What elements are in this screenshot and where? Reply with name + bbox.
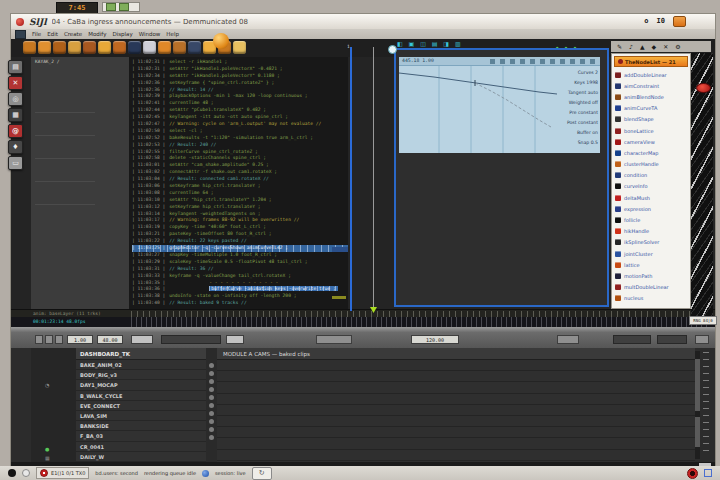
track-name[interactable]: DAILY_W xyxy=(76,452,206,462)
taskbar-app-icon[interactable] xyxy=(8,469,16,477)
track-name[interactable]: LAVA_SIM xyxy=(76,411,206,421)
playback-button[interactable] xyxy=(657,335,687,344)
shelf-tool-icon[interactable] xyxy=(188,41,201,54)
node-list-item[interactable]: lattice xyxy=(612,259,690,270)
playback-button[interactable] xyxy=(613,335,651,344)
node-list-item[interactable]: hikHandle xyxy=(612,226,690,237)
node-list-item[interactable]: condition xyxy=(612,170,690,181)
track-lane[interactable] xyxy=(217,438,695,449)
graph-label[interactable]: Buffer on xyxy=(544,128,598,138)
maximize-button[interactable]: I0 xyxy=(657,17,665,26)
node-list-item[interactable]: motionPath xyxy=(612,270,690,281)
track-name[interactable]: F_BA_03 xyxy=(76,431,206,441)
dock-app-icon[interactable]: ◎ xyxy=(8,92,23,106)
range-button[interactable] xyxy=(695,335,709,344)
sphere-tool-icon[interactable] xyxy=(213,33,229,49)
node-list-item[interactable]: cameraView xyxy=(612,136,690,147)
range-button[interactable] xyxy=(55,335,63,344)
range-end-field[interactable]: 120.00 xyxy=(411,335,459,344)
track-name[interactable]: DAY1_MOCAP xyxy=(76,380,206,390)
record-oval-icon[interactable] xyxy=(696,83,711,93)
graph-stats-fields[interactable]: 445.18 1.00 xyxy=(402,58,434,63)
node-list-header[interactable]: TheNodeList — 21 xyxy=(614,56,688,67)
graph-label[interactable]: Keys 1998 xyxy=(544,78,598,88)
hatched-scroll-strip[interactable] xyxy=(691,53,713,321)
title-bar[interactable]: SlJl 04 · CaBa ingress announcements — D… xyxy=(11,14,715,29)
taskbar-session-icon[interactable] xyxy=(202,470,209,477)
shelf-tool-icon[interactable] xyxy=(158,41,171,54)
node-list-item[interactable]: expression xyxy=(612,203,690,214)
panel-tool-icon[interactable]: ✎ xyxy=(617,43,622,50)
record-status-icon[interactable] xyxy=(687,468,698,479)
shelf-tool-icon[interactable] xyxy=(68,41,81,54)
node-list-item[interactable]: deltaMush xyxy=(612,192,690,203)
track-name[interactable]: BODY_RIG_v3 xyxy=(76,370,206,380)
track-lane[interactable] xyxy=(217,360,695,371)
shelf-tool-icon[interactable] xyxy=(23,41,36,54)
menu-help[interactable]: Help xyxy=(166,31,179,37)
track-scrollbar[interactable] xyxy=(695,351,700,459)
graph-editor-panel[interactable]: 445.18 1.00 Curves 2Keys 1998Tangent aut… xyxy=(394,48,609,307)
range-button[interactable] xyxy=(131,335,153,344)
graph-label[interactable]: Post constant xyxy=(544,118,598,128)
menu-create[interactable]: Create xyxy=(64,31,82,37)
track-lane[interactable] xyxy=(217,394,695,405)
menu-window[interactable]: Window xyxy=(139,31,161,37)
panel-tool-icon[interactable]: ◆ xyxy=(652,43,657,50)
gutter-active-icon[interactable]: ● xyxy=(45,446,49,452)
graph-header-icons[interactable] xyxy=(490,59,598,64)
menu-edit[interactable]: Edit xyxy=(47,31,58,37)
timeline-ruler-main[interactable]: 00:01:23:14 48.0fps xyxy=(11,317,715,327)
track-mute-dot[interactable] xyxy=(209,379,214,384)
taskbar-ring-icon[interactable] xyxy=(22,469,30,477)
timeline-ruler-top[interactable]: anim: baseLayer (11 trks) xyxy=(11,309,715,317)
node-list-item[interactable]: addDoubleLinear xyxy=(612,69,690,80)
graph-corner-button[interactable] xyxy=(388,45,397,54)
shelf-tool-icon[interactable] xyxy=(173,41,186,54)
track-mute-dot[interactable] xyxy=(209,387,214,392)
track-header-note[interactable]: MODULE A CAMS — baked clips xyxy=(217,348,695,360)
node-list-item[interactable]: blendShape xyxy=(612,114,690,125)
node-list-item[interactable]: clusterHandle xyxy=(612,159,690,170)
graph-label[interactable]: Tangent auto xyxy=(544,88,598,98)
shelf-tool-icon[interactable] xyxy=(128,41,141,54)
node-list-item[interactable]: jointCluster xyxy=(612,248,690,259)
track-mute-dot[interactable] xyxy=(209,427,214,432)
range-button[interactable] xyxy=(35,335,43,344)
menu-display[interactable]: Display xyxy=(112,31,132,37)
graph-label[interactable]: Curves 2 xyxy=(544,68,598,78)
graph-label[interactable]: Snap 0.5 xyxy=(544,138,598,148)
range-start-field[interactable]: 1.00 xyxy=(67,335,93,344)
scrollbar-thumb[interactable] xyxy=(695,359,700,411)
shelf-tool-icon[interactable] xyxy=(113,41,126,54)
node-list-item[interactable]: aimConstraint xyxy=(612,80,690,91)
shelf-tool-icon[interactable] xyxy=(53,41,66,54)
node-list-item[interactable]: curveInfo xyxy=(612,181,690,192)
workspace-grid-icon[interactable] xyxy=(704,469,712,477)
node-list-item[interactable]: boneLattice xyxy=(612,125,690,136)
scrollbar-thumb[interactable] xyxy=(695,417,700,447)
shelf-tool-icon[interactable] xyxy=(233,41,246,54)
node-list-panel[interactable]: TheNodeList — 21 addDoubleLinear aimCons… xyxy=(611,53,691,309)
taskbar-launcher[interactable]: E1()1 0/1 TX0 xyxy=(36,467,89,479)
playhead-line[interactable] xyxy=(373,47,374,311)
track-lane[interactable] xyxy=(217,405,695,416)
node-list-item[interactable]: ikSplineSolver xyxy=(612,237,690,248)
track-mute-dot[interactable] xyxy=(209,435,214,440)
track-mute-dot[interactable] xyxy=(209,363,214,368)
close-button[interactable] xyxy=(673,16,686,27)
track-mute-dot[interactable] xyxy=(209,403,214,408)
script-editor-console[interactable]: | 11:02:31 |select -r ikHandle1 ; | 11:0… xyxy=(129,57,348,309)
outliner-panel[interactable]: KAYAK_2 / xyxy=(31,57,130,309)
track-name[interactable]: B_WALK_CYCLE xyxy=(76,391,206,401)
track-lane[interactable] xyxy=(217,450,695,461)
minimize-button[interactable]: o xyxy=(644,17,648,26)
track-name[interactable]: BANKSIDE xyxy=(76,421,206,431)
shelf-tool-icon[interactable] xyxy=(98,41,111,54)
node-list-item[interactable]: multDoubleLinear xyxy=(612,282,690,293)
panel-tool-icon[interactable]: ▲ xyxy=(640,43,645,50)
graph-toolbar-glyphs[interactable]: ◧ ▣ ◫ ▤ ◨ ▥ xyxy=(397,40,463,47)
range-button[interactable] xyxy=(316,335,352,344)
desktop-led-widget[interactable] xyxy=(102,2,140,12)
shelf-tool-icon[interactable] xyxy=(83,41,96,54)
